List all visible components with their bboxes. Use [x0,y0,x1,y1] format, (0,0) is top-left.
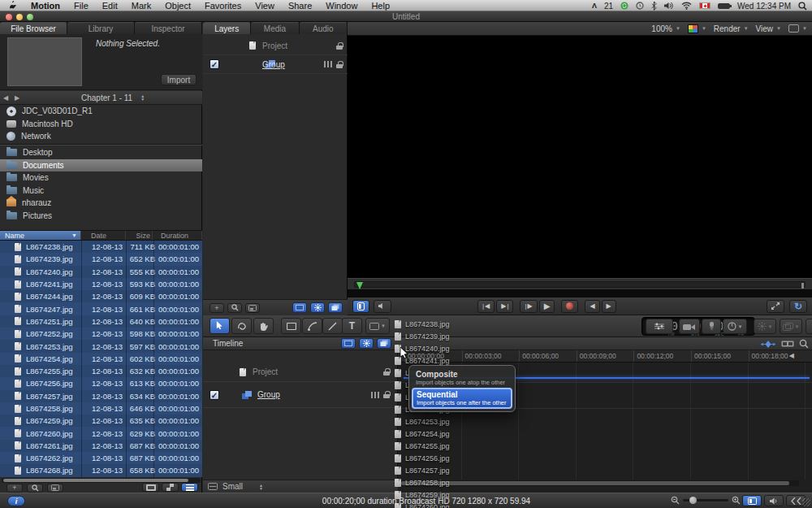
folder-row[interactable]: Desktop [0,146,202,159]
zoom-level-popup[interactable]: 100%▼ [651,24,680,33]
file-row[interactable]: L8674256.jpg 12-08-13 613 KB 00:00:01:00 [0,377,202,389]
step-forward-button[interactable]: ▶ [602,300,616,313]
goto-start-button[interactable]: |◀ [477,300,495,313]
file-row[interactable]: L8674260.jpg 12-08-13 629 KB 00:00:01:00 [0,427,202,439]
tab-inspector[interactable]: Inspector [135,22,202,34]
adjust-item-tool[interactable] [231,318,252,334]
select-arrow-tool[interactable] [209,318,230,334]
file-row[interactable]: L8674239.jpg 12-08-13 652 KB 00:00:01:00 [0,253,202,265]
file-row[interactable]: L8674262.jpg 12-08-13 687 KB 00:00:01:00 [0,452,202,464]
file-row[interactable]: L8674258.jpg 12-08-13 646 KB 00:00:01:00 [0,402,202,415]
file-row[interactable]: L8674268.jpg 12-08-13 658 KB 00:00:01:00 [0,464,202,476]
channels-popup[interactable]: ▼ [688,24,706,33]
zoom-in-icon[interactable] [732,496,741,505]
menu-item-composite[interactable]: Composite Import objects one atop the ot… [412,368,512,388]
file-row[interactable]: L8674261.jpg 12-08-13 687 KB 00:00:01:00 [0,440,202,452]
file-row[interactable]: L8674255.jpg 12-08-13 632 KB 00:00:01:00 [0,365,202,377]
layer-row-group[interactable]: ✓ Group [203,55,348,74]
canvas-viewport[interactable] [348,36,812,278]
menubar-clock[interactable]: Wed 12:34 PM [737,2,791,11]
file-row[interactable]: L8674244.jpg 12-08-13 609 KB 00:00:01:00 [0,290,202,302]
input-source-flag-icon[interactable] [699,2,710,9]
show-timing-button[interactable] [352,300,369,313]
timeline-row-project[interactable]: Project [203,363,398,382]
display-popup[interactable]: ▼ [788,24,807,33]
window-titlebar[interactable]: Untitled [0,11,812,22]
show-mask-button[interactable] [292,302,307,313]
device-row[interactable]: Network [0,130,202,143]
show-audio-button[interactable] [764,495,784,506]
zoom-slider[interactable] [683,499,728,501]
add-filter-button[interactable]: ▼ [780,319,802,334]
file-row[interactable]: L8674241.jpg 12-08-13 593 KB 00:00:01:00 [0,278,202,290]
battery-icon[interactable] [718,3,730,9]
list-view-button[interactable] [181,483,198,492]
preview-toggle-button[interactable] [47,484,63,493]
menu-item[interactable]: View [255,1,274,11]
column-header-duration[interactable]: Duration [153,231,202,240]
new-camera-button[interactable] [679,319,700,334]
hud-button[interactable] [646,319,673,334]
play-from-start-button[interactable]: |▶ [520,300,537,313]
folder-row[interactable]: Movies [0,172,202,185]
lock-icon[interactable] [383,391,390,398]
timeline-mask-button[interactable] [341,338,356,349]
show-timeline-button[interactable] [742,495,762,506]
folder-row[interactable]: Documents [0,159,202,172]
menu-item[interactable]: Favorites [205,1,241,11]
tab-file-browser[interactable]: File Browser [0,22,67,34]
menu-item[interactable]: Mark [132,1,151,11]
volume-icon[interactable] [664,2,674,10]
file-row[interactable]: L8674251.jpg 12-08-13 640 KB 00:00:01:00 [0,315,202,328]
lock-icon[interactable] [336,61,343,68]
add-button[interactable]: + [6,484,23,493]
lock-icon[interactable] [336,42,343,50]
track-height-popup[interactable]: Small [222,482,243,491]
bluetooth-icon[interactable] [651,2,657,11]
layers-filter-button[interactable] [245,303,260,313]
step-back-button[interactable]: ◀ [585,300,599,313]
menu-item[interactable]: Window [326,1,357,11]
fullscreen-button[interactable] [767,300,784,313]
column-header-name[interactable]: Name▼ [0,231,81,240]
goto-end-button[interactable]: ▶| [496,300,513,313]
minimize-button[interactable] [16,14,23,20]
timeline-layers-button[interactable] [377,338,391,349]
tab-library[interactable]: Library [67,22,135,34]
animation-gear-button[interactable] [310,302,325,313]
hscrollbar-thumb[interactable] [3,479,188,482]
play-button[interactable]: ▶ [539,300,555,313]
menu-item[interactable]: Edit [102,1,118,11]
clip-view-button[interactable] [142,483,159,492]
file-row[interactable]: L8674247.jpg 12-08-13 661 KB 00:00:01:00 [0,302,202,315]
sync-icon[interactable] [620,2,628,10]
search-button[interactable] [27,484,43,493]
add-layer-button[interactable]: + [209,303,224,313]
layers-stack-button[interactable] [328,302,343,313]
file-row[interactable]: L8674257.jpg 12-08-13 634 KB 00:00:01:00 [0,390,202,402]
new-generator-button[interactable]: ▼ [723,319,747,334]
menu-item[interactable]: Object [165,1,191,11]
timeline-zoom-button[interactable] [799,339,809,349]
column-header-size[interactable]: Size [126,231,153,240]
import-button[interactable]: Import [161,74,197,85]
record-button[interactable] [561,300,578,313]
timeline-row-group[interactable]: ✓ Group [203,382,398,408]
timeline-gear-button[interactable] [359,338,374,349]
device-row[interactable]: JDC_V03D01D_R1 [0,105,202,118]
path-popup[interactable]: Chapter 1 - 11 [81,93,132,102]
folder-row[interactable]: Pictures [0,210,202,223]
show-keyframes-button[interactable] [760,340,776,349]
add-behavior-button[interactable]: ▼ [754,319,776,334]
spotlight-icon[interactable] [798,2,807,11]
file-row[interactable]: L8674252.jpg 12-08-13 598 KB 00:00:01:00 [0,328,202,340]
time-machine-icon[interactable] [636,2,644,10]
file-row[interactable]: L8674259.jpg 12-08-13 635 KB 00:00:01:00 [0,415,202,427]
tab-layers[interactable]: Layers [203,22,251,34]
text-tool[interactable]: T [342,318,362,334]
menu-item[interactable]: Share [288,1,312,11]
tab-audio[interactable]: Audio [300,22,348,34]
wifi-icon[interactable] [681,2,692,10]
audio-mute-button[interactable] [374,300,391,313]
zoom-slider-thumb[interactable] [689,497,697,504]
